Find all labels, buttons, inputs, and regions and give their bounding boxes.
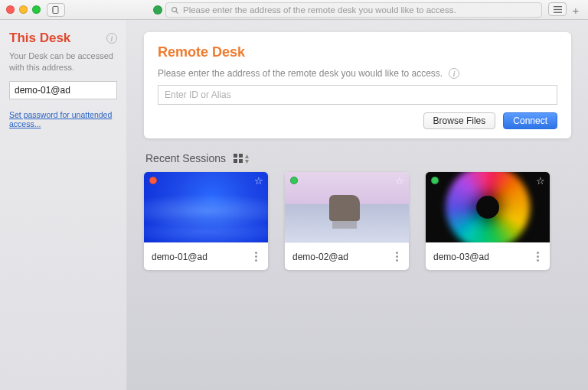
- this-desk-title: This Desk: [9, 31, 70, 46]
- recent-sessions-list: ☆ demo-01@ad ☆ demo-02@ad: [144, 172, 571, 270]
- session-label: demo-01@ad: [152, 252, 207, 262]
- session-card[interactable]: ☆ demo-01@ad: [144, 172, 268, 270]
- main-content: Remote Desk Please enter the address of …: [127, 20, 588, 390]
- remote-desk-title: Remote Desk: [158, 44, 557, 60]
- status-dot-icon: [431, 177, 439, 184]
- svg-rect-7: [554, 8, 562, 9]
- svg-line-5: [176, 11, 178, 13]
- hamburger-icon: [554, 6, 562, 13]
- browse-files-button[interactable]: Browse Files: [423, 112, 496, 129]
- this-desk-subtitle: Your Desk can be accessed with this addr…: [9, 50, 117, 73]
- set-password-link[interactable]: Set password for unattended access...: [9, 110, 117, 128]
- this-desk-id-input[interactable]: [9, 81, 117, 99]
- view-toggle-button[interactable]: ▴▾: [234, 153, 249, 164]
- recent-sessions-header: Recent Sessions ▴▾: [145, 152, 571, 164]
- favorite-icon[interactable]: ☆: [254, 175, 263, 187]
- address-book-button[interactable]: [47, 3, 65, 17]
- remote-address-input[interactable]: [158, 85, 557, 105]
- svg-point-4: [172, 7, 177, 11]
- svg-rect-1: [52, 8, 54, 8]
- session-menu-button[interactable]: [393, 249, 401, 265]
- svg-rect-3: [52, 11, 54, 12]
- favorite-icon[interactable]: ☆: [536, 175, 545, 187]
- status-dot-icon: [290, 177, 298, 184]
- close-window-button[interactable]: [6, 5, 15, 14]
- session-thumbnail: ☆: [144, 172, 268, 242]
- favorite-icon[interactable]: ☆: [395, 175, 404, 187]
- menu-button[interactable]: [548, 2, 567, 16]
- svg-rect-8: [554, 11, 562, 12]
- connection-status-icon: [153, 5, 162, 15]
- session-card[interactable]: ☆ demo-02@ad: [285, 172, 409, 270]
- address-bar: Please enter the address of the remote d…: [153, 2, 542, 18]
- window-controls: [6, 5, 41, 14]
- address-placeholder: Please enter the address of the remote d…: [183, 5, 456, 15]
- svg-rect-2: [52, 9, 54, 10]
- session-card[interactable]: ☆ demo-03@ad: [426, 172, 550, 270]
- sort-icon: ▴▾: [245, 153, 249, 164]
- session-label: demo-02@ad: [292, 252, 348, 262]
- recent-sessions-title: Recent Sessions: [145, 152, 226, 164]
- info-icon[interactable]: i: [106, 33, 117, 44]
- sidebar: This Desk i Your Desk can be accessed wi…: [0, 20, 127, 390]
- new-tab-button[interactable]: +: [568, 2, 583, 18]
- remote-desk-subtitle: Please enter the address of the remote d…: [158, 68, 443, 79]
- zoom-window-button[interactable]: [32, 5, 41, 14]
- session-menu-button[interactable]: [534, 249, 542, 265]
- address-input[interactable]: Please enter the address of the remote d…: [165, 2, 542, 18]
- session-label: demo-03@ad: [433, 252, 489, 262]
- address-book-icon: [52, 6, 60, 14]
- search-icon: [171, 6, 179, 15]
- session-menu-button[interactable]: [252, 249, 260, 265]
- remote-desk-card: Remote Desk Please enter the address of …: [144, 32, 571, 138]
- session-thumbnail: ☆: [426, 172, 550, 242]
- minimize-window-button[interactable]: [19, 5, 28, 14]
- grid-icon: [234, 154, 243, 163]
- svg-rect-6: [554, 6, 562, 7]
- connect-button[interactable]: Connect: [503, 112, 557, 129]
- titlebar: Please enter the address of the remote d…: [0, 0, 588, 20]
- svg-rect-0: [53, 6, 58, 13]
- session-thumbnail: ☆: [285, 172, 409, 242]
- info-icon[interactable]: i: [449, 68, 459, 79]
- status-dot-icon: [149, 177, 157, 184]
